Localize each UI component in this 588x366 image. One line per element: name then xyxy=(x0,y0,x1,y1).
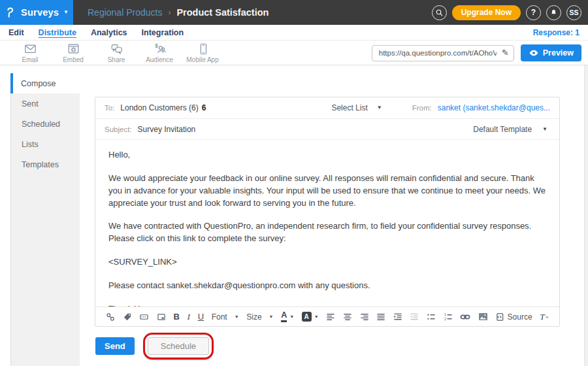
background-color-button[interactable]: A ▼ xyxy=(302,312,319,322)
chevron-down-icon: ▼ xyxy=(542,127,547,132)
sidebar-item-label: Compose xyxy=(21,79,56,88)
tab-distribute[interactable]: Distribute xyxy=(39,28,76,37)
email-workspace: Compose Sent Scheduled Lists Templates T… xyxy=(0,65,588,366)
annotation-highlight-ring: Schedule xyxy=(143,333,214,359)
rich-text-toolbar: B I U Font ▼ Size ▼ A ▼ A ▼ xyxy=(95,307,559,326)
help-button[interactable]: ? xyxy=(526,5,541,20)
scrollbar-track[interactable] xyxy=(584,65,588,366)
search-icon xyxy=(435,8,444,17)
insert-image-button[interactable] xyxy=(478,312,488,321)
channel-label: Share xyxy=(108,56,125,63)
survey-url-input[interactable] xyxy=(372,45,514,61)
insert-field-button[interactable] xyxy=(139,312,149,322)
body-paragraph: We would appreciate your feedback in our… xyxy=(108,173,546,210)
svg-text:$: $ xyxy=(155,43,158,49)
bulleted-list-button[interactable] xyxy=(427,312,436,322)
italic-button[interactable]: I xyxy=(188,312,191,322)
insert-survey-link-button[interactable] xyxy=(106,312,115,322)
select-list-dropdown[interactable]: Select List ▼ xyxy=(331,103,382,112)
from-value[interactable]: sanket (sanket.shekdar@ques... xyxy=(438,103,550,112)
eye-icon xyxy=(529,49,539,57)
edit-url-pencil-icon[interactable]: ✎ xyxy=(502,48,509,58)
sidebar-item-scheduled[interactable]: Scheduled xyxy=(11,114,80,134)
embed-block-button[interactable] xyxy=(157,312,166,322)
underline-button[interactable]: U xyxy=(198,312,204,322)
search-button[interactable] xyxy=(432,5,447,20)
breadcrumb-separator-icon: › xyxy=(168,8,171,17)
preview-button[interactable]: Preview xyxy=(521,44,581,61)
channel-share[interactable]: Share xyxy=(95,41,138,63)
chevron-down-icon: ▼ xyxy=(235,314,239,319)
channel-audience[interactable]: $ Audience xyxy=(138,41,181,63)
share-icon xyxy=(110,42,123,56)
chevron-down-icon: ▼ xyxy=(269,314,274,319)
channel-embed[interactable]: Embed xyxy=(52,41,95,63)
chain-link-icon xyxy=(460,313,470,321)
channel-mobile-app[interactable]: Mobile App xyxy=(181,41,224,63)
to-label: To: xyxy=(105,104,114,112)
justify-button[interactable] xyxy=(376,312,385,322)
channel-label: Email xyxy=(22,56,38,63)
chevron-down-icon: ▼ xyxy=(63,10,69,15)
template-dropdown[interactable]: Default Template ▼ xyxy=(473,125,547,134)
decrease-indent-button[interactable] xyxy=(410,312,419,322)
avatar[interactable]: SS xyxy=(566,5,581,20)
sidebar-item-label: Sent xyxy=(22,99,39,108)
align-right-button[interactable] xyxy=(360,312,369,322)
bold-button[interactable]: B xyxy=(174,312,180,322)
source-button[interactable]: Source xyxy=(496,312,532,322)
font-label: Font xyxy=(212,312,227,322)
audience-icon: $ xyxy=(153,42,167,56)
sidebar-item-templates[interactable]: Templates xyxy=(11,154,80,175)
body-paragraph: Please contact sanket.shekdar@questionpr… xyxy=(108,280,546,292)
size-dropdown[interactable]: Size ▼ xyxy=(246,312,273,322)
to-value[interactable]: London Customers (6) xyxy=(120,103,198,112)
increase-indent-button[interactable] xyxy=(393,312,402,322)
text-color-button[interactable]: A ▼ xyxy=(281,311,294,322)
sidebar-item-compose[interactable]: Compose xyxy=(10,73,80,93)
outdent-icon xyxy=(410,312,419,322)
chevron-down-icon: ▼ xyxy=(377,105,382,110)
text-color-icon: A xyxy=(281,311,287,322)
merge-tag-button[interactable] xyxy=(123,312,132,322)
send-button[interactable]: Send xyxy=(95,337,135,355)
sidebar-item-label: Templates xyxy=(22,160,59,169)
font-dropdown[interactable]: Font ▼ xyxy=(212,312,239,322)
size-label: Size xyxy=(246,312,261,322)
insert-link-button[interactable] xyxy=(460,313,470,321)
sidebar-item-sent[interactable]: Sent xyxy=(11,93,80,114)
link-rings-icon xyxy=(106,312,115,322)
from-field: From: sanket (sanket.shekdar@ques... xyxy=(412,103,550,112)
align-left-button[interactable] xyxy=(326,312,335,322)
schedule-button[interactable]: Schedule xyxy=(148,337,209,355)
question-mark-icon: ? xyxy=(531,8,536,17)
sidebar-item-lists[interactable]: Lists xyxy=(11,134,80,154)
body-paragraph: We have contracted with QuestionPro, an … xyxy=(108,220,546,245)
breadcrumb: Regional Products › Product Satisfaction xyxy=(88,7,269,18)
remove-format-button[interactable]: T× xyxy=(540,312,549,322)
chevron-down-icon: ▼ xyxy=(314,314,319,319)
email-sidebar: Compose Sent Scheduled Lists Templates xyxy=(10,73,80,366)
align-center-button[interactable] xyxy=(343,312,352,322)
sidebar-item-label: Scheduled xyxy=(22,120,60,129)
sidebar-item-label: Lists xyxy=(22,140,39,149)
channel-label: Mobile App xyxy=(186,56,218,63)
tab-analytics[interactable]: Analytics xyxy=(91,28,127,37)
avatar-initials: SS xyxy=(569,8,578,16)
upgrade-now-button[interactable]: Upgrade Now xyxy=(452,5,521,20)
notifications-button[interactable] xyxy=(546,5,561,20)
email-icon xyxy=(24,42,37,56)
surveys-menu[interactable]: Surveys ▼ xyxy=(0,0,73,25)
channel-email[interactable]: Email xyxy=(8,41,52,63)
tab-edit[interactable]: Edit xyxy=(8,28,24,37)
app-window: Surveys ▼ Regional Products › Product Sa… xyxy=(0,0,588,366)
from-label: From: xyxy=(412,104,432,112)
numbered-list-button[interactable]: 1 2 xyxy=(444,312,453,322)
embed-icon xyxy=(67,42,80,56)
email-body-editor[interactable]: Hello, We would appreciate your feedback… xyxy=(95,140,559,307)
subject-value[interactable]: Survey Invitation xyxy=(138,125,196,134)
tab-integration[interactable]: Integration xyxy=(142,28,184,37)
breadcrumb-parent[interactable]: Regional Products xyxy=(88,7,162,18)
survey-link-area: ✎ Preview xyxy=(372,41,588,61)
response-count[interactable]: Response: 1 xyxy=(533,28,580,37)
